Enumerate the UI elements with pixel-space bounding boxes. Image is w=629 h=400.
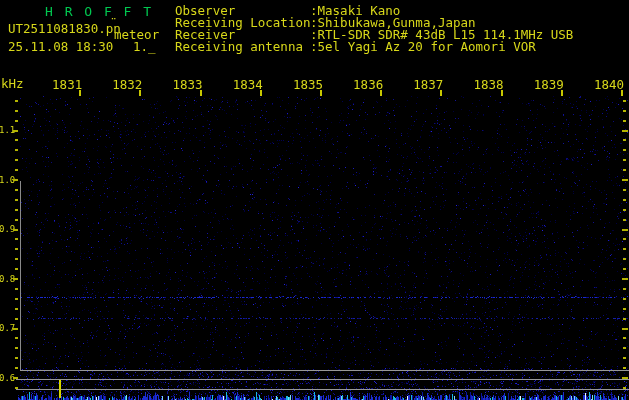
echo-counter: 1._ — [133, 39, 156, 54]
freq-tick-left — [15, 159, 18, 161]
info-label-3: Receiving antenna — [175, 41, 303, 53]
freq-tick-left — [15, 308, 18, 310]
hrofft-screen: H R O F F T UT2511081830.pn ¨ meteor 25.… — [0, 0, 629, 400]
freq-tick-left — [15, 209, 18, 211]
freq-tick-right — [622, 179, 628, 181]
spectrogram-canvas — [0, 0, 629, 400]
freq-tick-right — [622, 229, 628, 231]
freq-tick-right — [623, 308, 626, 310]
freq-tick-left — [13, 328, 18, 330]
time-label-1836: 1836 — [352, 77, 383, 92]
freq-tick-left — [15, 120, 18, 122]
freq-tick-right — [623, 347, 626, 349]
freq-tick-right — [623, 120, 626, 122]
time-tick-1839 — [561, 90, 563, 96]
freq-tick-right — [623, 357, 626, 359]
output-filename: UT2511081830.pn — [8, 21, 121, 36]
freq-tick-right — [623, 219, 626, 221]
freq-tick-left — [13, 278, 18, 280]
freq-tick-right — [622, 130, 628, 132]
time-label-1831: 1831 — [51, 77, 82, 92]
y-axis-unit-label: kHz — [1, 76, 24, 91]
freq-tick-right — [623, 189, 626, 191]
freq-tick-right — [623, 159, 626, 161]
freq-tick-right — [622, 278, 628, 280]
freq-tick-left — [15, 139, 18, 141]
info-value-3: :5el Yagi Az 20 for Aomori VOR — [310, 41, 536, 53]
freq-tick-left — [15, 318, 18, 320]
time-label-1837: 1837 — [412, 77, 443, 92]
time-tick-1836 — [380, 90, 382, 96]
time-tick-1840 — [621, 90, 623, 96]
freq-tick-left — [15, 258, 18, 260]
freq-tick-left — [13, 377, 18, 379]
freq-tick-right — [623, 288, 626, 290]
freq-tick-left — [15, 219, 18, 221]
strip-reference-line-3 — [16, 389, 629, 390]
freq-tick-right — [623, 268, 626, 270]
freq-tick-left — [15, 248, 18, 250]
time-label-1839: 1839 — [533, 77, 564, 92]
freq-tick-left — [15, 288, 18, 290]
freq-tick-right — [623, 110, 626, 112]
time-tick-1831 — [79, 90, 81, 96]
detection-band-left-border — [20, 181, 21, 370]
strip-reference-line-2 — [16, 379, 629, 380]
freq-tick-right — [623, 209, 626, 211]
freq-tick-right — [623, 318, 626, 320]
time-label-1840: 1840 — [593, 77, 624, 92]
freq-tick-right — [623, 258, 626, 260]
time-label-1833: 1833 — [172, 77, 203, 92]
freq-tick-right — [623, 100, 626, 102]
app-title: H R O F F T — [45, 4, 153, 19]
freq-tick-left — [15, 268, 18, 270]
freq-tick-left — [13, 229, 18, 231]
time-tick-1835 — [320, 90, 322, 96]
freq-tick-right — [622, 377, 628, 379]
freq-tick-right — [623, 169, 626, 171]
freq-tick-left — [15, 169, 18, 171]
freq-tick-left — [15, 387, 18, 389]
freq-tick-right — [623, 367, 626, 369]
time-label-1834: 1834 — [232, 77, 263, 92]
freq-tick-right — [623, 199, 626, 201]
freq-tick-right — [623, 337, 626, 339]
event-marker-line — [59, 380, 61, 398]
freq-tick-left — [15, 100, 18, 102]
freq-tick-left — [15, 357, 18, 359]
freq-tick-left — [15, 347, 18, 349]
freq-tick-left — [13, 130, 18, 132]
freq-tick-right — [623, 139, 626, 141]
freq-tick-left — [15, 298, 18, 300]
freq-tick-right — [623, 248, 626, 250]
freq-tick-right — [623, 149, 626, 151]
freq-tick-right — [623, 238, 626, 240]
time-label-1832: 1832 — [111, 77, 142, 92]
freq-tick-right — [623, 298, 626, 300]
time-tick-1834 — [260, 90, 262, 96]
observation-datetime: 25.11.08 18:30 — [8, 39, 113, 54]
freq-tick-left — [15, 238, 18, 240]
freq-tick-left — [15, 367, 18, 369]
freq-tick-left — [13, 179, 18, 181]
freq-tick-left — [15, 337, 18, 339]
freq-tick-left — [15, 110, 18, 112]
time-tick-1832 — [139, 90, 141, 96]
freq-tick-right — [622, 328, 628, 330]
strip-reference-line-1 — [20, 370, 629, 371]
freq-tick-left — [15, 189, 18, 191]
time-label-1835: 1835 — [292, 77, 323, 92]
time-tick-1838 — [501, 90, 503, 96]
time-tick-1833 — [200, 90, 202, 96]
freq-tick-left — [15, 149, 18, 151]
freq-tick-right — [623, 387, 626, 389]
freq-tick-left — [15, 199, 18, 201]
time-label-1838: 1838 — [473, 77, 504, 92]
time-tick-1837 — [440, 90, 442, 96]
